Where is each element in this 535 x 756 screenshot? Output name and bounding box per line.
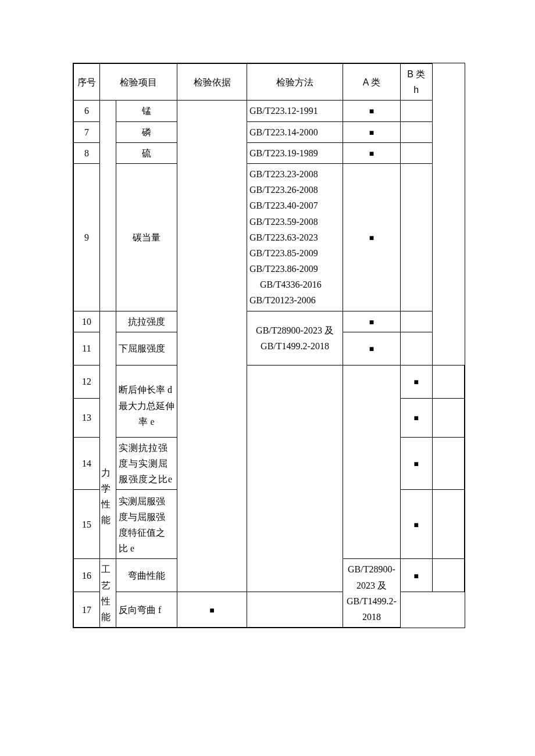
cell-b — [432, 559, 464, 592]
cell-a: ■ — [343, 121, 401, 142]
table-row: 6 锰 GB/T223.12-1991 ■ — [74, 101, 465, 121]
square-icon: ■ — [414, 414, 419, 422]
cell-b — [247, 592, 343, 628]
cell-item: 碳当量 — [116, 163, 177, 311]
cell-item: 断后伸长率 d 最大力总延伸率 e — [116, 365, 177, 437]
cell-seq: 7 — [74, 121, 100, 142]
cell-seq: 11 — [74, 332, 100, 365]
cell-method: GB/T28900-2023 及 GB/T1499.2-2018 — [247, 311, 343, 365]
table-row: 9 碳当量 GB/T223.23-2008 GB/T223.26-2008 GB… — [74, 163, 465, 311]
cell-a: ■ — [343, 101, 401, 121]
cell-item: 磷 — [116, 121, 177, 142]
cell-method: GB/T28900-2023 及 GB/T1499.2-2018 — [343, 559, 401, 628]
method-line: GB/T223.40-2007 — [249, 198, 339, 213]
cell-category-proc: 工艺性能 — [100, 559, 116, 628]
category-label: 工艺性能 — [101, 564, 110, 622]
square-icon: ■ — [209, 606, 214, 615]
method-line: GB/T1499.2-2018 — [347, 593, 397, 625]
square-icon: ■ — [369, 128, 374, 137]
cell-a: ■ — [343, 332, 401, 365]
cell-method: GB/T223.14-2000 — [247, 121, 343, 142]
table-row: 7 磷 GB/T223.14-2000 ■ — [74, 121, 465, 142]
cell-a: ■ — [400, 490, 432, 559]
table-row: 17 反向弯曲 f ■ — [74, 592, 465, 628]
cell-category-mech: 力学性能 — [100, 311, 116, 559]
square-icon: ■ — [414, 378, 419, 386]
cell-a: ■ — [400, 365, 432, 398]
method-line: GB/T223.26-2008 — [249, 182, 339, 198]
cell-seq: 15 — [74, 490, 100, 559]
cell-item: 抗拉强度 — [116, 311, 177, 332]
cell-seq: 17 — [74, 592, 100, 628]
square-icon: ■ — [414, 521, 419, 529]
cell-seq: 14 — [74, 437, 100, 490]
cell-seq: 6 — [74, 101, 100, 121]
cell-a: ■ — [343, 163, 401, 311]
cell-method — [343, 365, 401, 559]
cell-seq: 10 — [74, 311, 100, 332]
method-line: GB/T20123-2006 — [249, 292, 339, 308]
square-icon: ■ — [369, 318, 374, 327]
square-icon: ■ — [369, 234, 374, 242]
cell-b — [400, 101, 432, 121]
cell-a: ■ — [343, 142, 401, 163]
cell-item: 硫 — [116, 142, 177, 163]
item-text: 最大力总延伸率 e — [119, 398, 174, 429]
square-icon: ■ — [369, 345, 374, 353]
cell-category-chem — [100, 101, 116, 311]
method-line: GB/T28900-2023 及 — [347, 561, 397, 593]
square-icon: ■ — [369, 149, 374, 158]
inspection-table: 序号 检验项目 检验依据 检验方法 A 类 B 类 h 6 锰 GB/T223.… — [73, 63, 465, 628]
cell-seq: 12 — [74, 365, 100, 398]
cell-b — [432, 398, 464, 437]
cell-seq: 16 — [74, 559, 100, 592]
table-row: 10 力学性能 抗拉强度 GB/T28900-2023 及 GB/T1499.2… — [74, 311, 465, 332]
method-line: GB/T1499.2-2018 — [251, 338, 339, 354]
cell-a: ■ — [400, 559, 432, 592]
cell-b — [432, 437, 464, 490]
cell-b — [400, 142, 432, 163]
method-line: GB/T223.85-2009 — [249, 245, 339, 261]
cell-b — [400, 121, 432, 142]
cell-a: ■ — [400, 437, 432, 490]
cell-basis — [247, 365, 343, 592]
cell-seq: 13 — [74, 398, 100, 437]
cell-basis — [177, 101, 247, 592]
cell-item: 弯曲性能 — [116, 559, 177, 592]
header-item: 检验项目 — [100, 64, 177, 101]
cell-method: GB/T223.19-1989 — [247, 142, 343, 163]
cell-seq: 9 — [74, 163, 100, 311]
header-basis: 检验依据 — [177, 64, 247, 101]
method-line: GB/T28900-2023 及 — [251, 323, 339, 338]
table-row: 12 断后伸长率 d 最大力总延伸率 e ■ — [74, 365, 465, 398]
cell-a: ■ — [400, 398, 432, 437]
cell-b — [432, 365, 464, 398]
method-line: GB/T4336-2016 — [249, 277, 339, 292]
cell-item: 实测屈服强度与屈服强度特征值之比 e — [116, 490, 177, 559]
cell-a: ■ — [343, 311, 401, 332]
item-text: 断后伸长率 d — [119, 382, 174, 397]
cell-item: 下屈服强度 — [116, 332, 177, 365]
table-header-row: 序号 检验项目 检验依据 检验方法 A 类 B 类 h — [74, 64, 465, 101]
cell-method: GB/T223.23-2008 GB/T223.26-2008 GB/T223.… — [247, 163, 343, 311]
cell-item: 锰 — [116, 101, 177, 121]
square-icon: ■ — [369, 107, 374, 116]
cell-method: GB/T223.12-1991 — [247, 101, 343, 121]
table-row: 8 硫 GB/T223.19-1989 ■ — [74, 142, 465, 163]
cell-item: 实测抗拉强度与实测屈服强度之比e — [116, 437, 177, 490]
method-line: GB/T223.59-2008 — [249, 214, 339, 230]
method-line: GB/T223.63-2023 — [249, 230, 339, 245]
square-icon: ■ — [414, 460, 419, 468]
header-b: B 类 h — [400, 64, 432, 101]
cell-b — [400, 163, 432, 311]
cell-seq: 8 — [74, 142, 100, 163]
method-line: GB/T223.86-2009 — [249, 261, 339, 277]
method-line: GB/T223.23-2008 — [249, 166, 339, 182]
category-label: 力学性能 — [101, 468, 110, 525]
header-a: A 类 — [343, 64, 401, 101]
cell-b — [400, 332, 432, 365]
cell-b — [400, 311, 432, 332]
header-method: 检验方法 — [247, 64, 343, 101]
cell-b — [432, 490, 464, 559]
cell-a: ■ — [177, 592, 247, 628]
